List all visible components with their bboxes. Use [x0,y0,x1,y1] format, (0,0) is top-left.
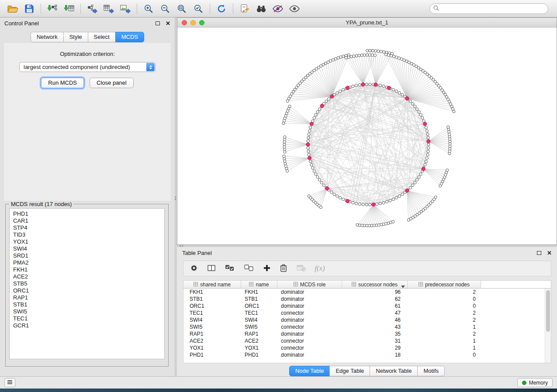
memory-button[interactable]: Memory [517,378,553,387]
result-list-item[interactable]: STB5 [13,280,164,287]
export-network-button[interactable] [84,2,100,15]
search-input[interactable] [442,6,544,12]
table-row[interactable]: SWI5SWI5connector431 [183,323,545,330]
table-cell: 62 [342,296,408,303]
zoom-fit-button[interactable] [173,2,190,15]
column-header-successor-nodes[interactable]: successor nodes [342,281,408,289]
result-list-item[interactable]: CAR1 [13,217,164,224]
import-network-button[interactable] [44,2,61,15]
table-settings-button[interactable] [190,264,198,274]
table-row[interactable]: FKH1FKH1dominator962 [183,289,545,296]
tab-network-table[interactable]: Network Table [370,366,418,376]
zoom-selected-button[interactable] [190,2,207,15]
show-columns-button[interactable] [207,264,216,273]
delete-column-button[interactable] [280,264,287,274]
export-image-button[interactable] [117,2,134,15]
show-panel-menu-button[interactable] [4,378,15,387]
result-list-item[interactable]: SRD1 [13,252,164,259]
tab-edge-table[interactable]: Edge Table [329,366,370,376]
result-list-item[interactable]: TID3 [13,231,164,238]
tab-select[interactable]: Select [88,32,116,42]
result-list-item[interactable]: TEC1 [13,315,164,322]
table-body: FKH1FKH1dominator962STB1STB1dominator620… [183,289,545,363]
save-session-button[interactable] [21,2,38,15]
dropdown-stepper-icon [146,63,155,71]
table-cell: connector [277,344,342,351]
list-icon [7,379,13,386]
column-header-predecessor-nodes[interactable]: predecessor nodes [408,281,481,289]
result-list-item[interactable]: STB1 [13,301,164,308]
result-list-item[interactable]: STP4 [13,224,164,231]
find-button[interactable] [253,2,270,15]
table-row[interactable]: RAP1RAP1dominator352 [183,330,545,337]
table-row[interactable]: STB1STB1dominator620 [183,296,545,303]
result-list-item[interactable]: RAP1 [13,294,164,301]
table-cell: 2 [408,309,481,316]
float-panel-icon[interactable] [156,21,160,25]
tab-mcds[interactable]: MCDS [115,32,144,42]
mcds-tab-content: Optimization criterion: largest connecte… [3,42,171,201]
refresh-icon [216,3,227,14]
refresh-layout-button[interactable] [213,2,230,15]
mcds-result-title: MCDS result (17 nodes) [9,201,73,207]
close-panel-icon[interactable]: ✕ [166,21,170,26]
hide-details-button[interactable] [270,2,286,15]
table-cell: 47 [342,309,408,316]
table-cell: ORC1 [241,303,277,309]
deselect-all-button[interactable] [244,264,254,273]
show-details-button[interactable] [286,2,303,15]
table-cell: 1 [408,323,481,330]
scrollbar-thumb[interactable] [546,290,550,332]
result-list-item[interactable]: ACE2 [13,273,164,280]
zoom-in-button[interactable] [140,2,157,15]
result-list-item[interactable]: PHD1 [13,210,164,217]
share-document-button[interactable] [236,2,253,15]
table-cell: connector [277,309,342,316]
table-cell: RAP1 [241,330,277,337]
result-list-item[interactable]: GCR1 [13,322,164,329]
run-mcds-button[interactable]: Run MCDS [41,78,84,88]
result-list-item[interactable]: PMA2 [13,259,164,266]
table-row[interactable]: ACE2ACE2connector311 [183,337,545,344]
control-panel-tabs: NetworkStyleSelectMCDS [0,32,175,42]
search-box[interactable] [429,3,548,14]
add-column-button[interactable] [263,264,271,273]
column-header-name[interactable]: name [241,281,277,289]
table-toolbar: f(x) [183,261,551,276]
export-table-button[interactable] [100,2,117,15]
table-row[interactable]: YOX1YOX1connector291 [183,344,545,351]
select-all-icon [225,264,235,273]
tab-node-table[interactable]: Node Table [289,366,330,376]
float-panel-icon[interactable] [537,251,541,255]
tab-motifs[interactable]: Motifs [417,366,445,376]
result-list-item[interactable]: YOX1 [13,238,164,245]
result-list-item[interactable]: FKH1 [13,266,164,273]
table-row[interactable]: TEC1TEC1connector472 [183,309,545,316]
column-header-mcds-role[interactable]: MCDS role [277,281,342,289]
mcds-result-list[interactable]: PHD1CAR1STP4TID3YOX1SWI4SRD1PMA2FKH1ACE2… [9,208,165,359]
criterion-dropdown[interactable]: largest connected component (undirected) [19,62,156,72]
tab-network[interactable]: Network [31,32,64,42]
table-panel-tabs: Node TableEdge TableNetwork TableMotifs [177,366,557,376]
table-cell: FKH1 [183,289,241,296]
tab-style[interactable]: Style [63,32,88,42]
table-cell: 2 [408,289,481,296]
import-table-button[interactable] [61,2,77,15]
select-all-button[interactable] [225,264,235,273]
table-vertical-scrollbar[interactable] [545,289,551,363]
memory-label: Memory [529,380,548,386]
zoom-out-button[interactable] [157,2,173,15]
table-row[interactable]: PHD1PHD1dominator180 [183,351,545,358]
result-list-item[interactable]: ORC1 [13,287,164,294]
open-session-button[interactable] [4,2,21,15]
close-panel-button[interactable]: Close panel [90,78,134,88]
result-list-item[interactable]: SWI5 [13,308,164,315]
table-grid-icon [352,282,356,288]
network-canvas[interactable] [177,28,557,244]
eye-icon [289,4,300,13]
result-list-item[interactable]: SWI4 [13,245,164,252]
table-row[interactable]: ORC1ORC1dominator610 [183,303,545,309]
table-row[interactable]: SWI4SWI4dominator462 [183,316,545,323]
close-panel-icon[interactable]: ✕ [547,250,552,256]
column-header-shared-name[interactable]: shared name [183,281,241,289]
